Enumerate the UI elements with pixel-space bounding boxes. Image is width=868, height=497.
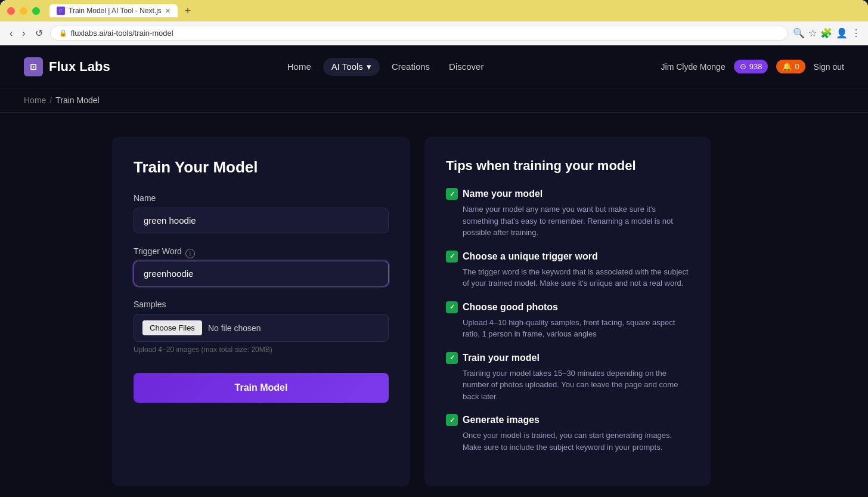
credits-count: 938 <box>749 62 762 71</box>
tab-title: Train Model | AI Tool - Next.js <box>69 7 162 15</box>
bell-icon: 🔔 <box>782 62 792 71</box>
notifications-count: 0 <box>795 62 799 71</box>
tip-check-3: ✓ <box>446 301 458 313</box>
browser-frame: F Train Model | AI Tool - Next.js ✕ + ‹ … <box>0 0 868 497</box>
tip-desc-1: Name your model any name you want but ma… <box>446 203 689 239</box>
nav-logo: ⊡ Flux Labs <box>24 57 110 76</box>
name-label: Name <box>134 193 389 203</box>
back-btn[interactable]: ‹ <box>7 26 15 41</box>
breadcrumb-current: Train Model <box>55 95 99 105</box>
menu-icon[interactable]: ⋮ <box>851 27 861 39</box>
tip-heading-4: Train your model <box>463 353 540 363</box>
tip-desc-4: Training your model takes 15–30 minutes … <box>446 368 689 403</box>
file-upload-wrapper: Choose Files No file chosen <box>134 314 389 342</box>
samples-group: Samples Choose Files No file chosen Uplo… <box>134 300 389 354</box>
browser-titlebar: F Train Model | AI Tool - Next.js ✕ + <box>0 0 868 21</box>
toolbar-icons: 🔍 ☆ 🧩 👤 ⋮ <box>793 27 861 39</box>
browser-tab[interactable]: F Train Model | AI Tool - Next.js ✕ <box>49 4 178 17</box>
upload-hint: Upload 4–20 images (max total size: 20MB… <box>134 345 389 354</box>
tip-heading-1: Name your model <box>463 189 542 199</box>
panel-title: Train Your Model <box>134 158 389 177</box>
tip-item-5: ✓ Generate images Once your model is tra… <box>446 414 689 453</box>
app-wrapper: ⊡ Flux Labs Home AI Tools ▾ Creations Di… <box>0 45 868 497</box>
nav-creations[interactable]: Creations <box>385 58 437 75</box>
search-icon[interactable]: 🔍 <box>793 27 805 39</box>
trigger-word-label: Trigger Word <box>134 246 182 256</box>
new-tab-btn[interactable]: + <box>185 5 191 17</box>
nav-links: Home AI Tools ▾ Creations Discover <box>280 58 491 76</box>
train-model-btn[interactable]: Train Model <box>134 373 389 403</box>
tip-check-4: ✓ <box>446 352 458 364</box>
breadcrumb-home[interactable]: Home <box>24 95 46 105</box>
logo-icon: ⊡ <box>24 57 43 76</box>
tip-item-3: ✓ Choose good photos Upload 4–10 high-qu… <box>446 301 689 340</box>
tip-desc-5: Once your model is trained, you can star… <box>446 430 689 453</box>
credits-icon: ⊙ <box>740 62 746 71</box>
tip-check-1: ✓ <box>446 188 458 200</box>
dot-red[interactable] <box>7 7 15 15</box>
tips-title: Tips when training your model <box>446 158 689 174</box>
tips-panel: Tips when training your model ✓ Name you… <box>424 137 711 486</box>
train-model-panel: Train Your Model Name Trigger Word i Sam… <box>112 137 410 486</box>
tab-close-btn[interactable]: ✕ <box>165 7 170 15</box>
forward-btn[interactable]: › <box>20 26 27 41</box>
name-input[interactable] <box>134 208 389 233</box>
tip-heading-3: Choose good photos <box>463 302 558 313</box>
breadcrumb-separator: / <box>49 95 52 105</box>
reload-btn[interactable]: ↺ <box>33 25 45 41</box>
profile-icon[interactable]: 👤 <box>836 27 848 39</box>
choose-files-btn[interactable]: Choose Files <box>142 320 202 335</box>
tip-check-2: ✓ <box>446 251 458 263</box>
trigger-word-group: Trigger Word i <box>134 246 389 286</box>
chevron-down-icon: ▾ <box>367 61 371 72</box>
dot-yellow[interactable] <box>20 7 27 15</box>
tip-desc-2: The trigger word is the keyword that is … <box>446 266 689 289</box>
navbar: ⊡ Flux Labs Home AI Tools ▾ Creations Di… <box>0 45 868 88</box>
main-content: Train Your Model Name Trigger Word i Sam… <box>76 113 792 497</box>
extensions-icon[interactable]: 🧩 <box>820 27 832 39</box>
url-bar[interactable]: 🔒 fluxlabs.ai/ai-tools/train-model <box>50 26 788 41</box>
user-name: Jim Clyde Monge <box>661 62 726 72</box>
tip-item-2: ✓ Choose a unique trigger word The trigg… <box>446 251 689 289</box>
star-icon[interactable]: ☆ <box>808 27 817 39</box>
sign-out-btn[interactable]: Sign out <box>814 62 844 72</box>
tip-check-5: ✓ <box>446 414 458 426</box>
logo-text: Flux Labs <box>49 59 110 75</box>
tip-heading-2: Choose a unique trigger word <box>463 251 598 262</box>
tip-desc-3: Upload 4–10 high-quality samples, front … <box>446 317 689 340</box>
dot-green[interactable] <box>32 7 40 15</box>
url-text: fluxlabs.ai/ai-tools/train-model <box>71 29 173 38</box>
nav-ai-tools[interactable]: AI Tools ▾ <box>323 58 380 76</box>
nav-ai-tools-label: AI Tools <box>331 61 363 72</box>
tip-heading-5: Generate images <box>463 415 540 425</box>
credits-badge: ⊙ 938 <box>734 60 768 73</box>
notifications-badge: 🔔 0 <box>776 60 805 73</box>
breadcrumb-bar: Home / Train Model <box>0 88 868 113</box>
nav-right: Jim Clyde Monge ⊙ 938 🔔 0 Sign out <box>661 60 844 73</box>
lock-icon: 🔒 <box>59 29 67 37</box>
tip-item-4: ✓ Train your model Training your model t… <box>446 352 689 403</box>
browser-toolbar: ‹ › ↺ 🔒 fluxlabs.ai/ai-tools/train-model… <box>0 21 868 45</box>
name-field-group: Name <box>134 193 389 233</box>
trigger-word-input[interactable] <box>134 261 389 286</box>
samples-label: Samples <box>134 300 389 309</box>
tab-favicon: F <box>57 7 65 15</box>
info-icon[interactable]: i <box>185 249 195 258</box>
nav-home[interactable]: Home <box>280 58 318 75</box>
no-file-text: No file chosen <box>208 323 261 333</box>
tip-item-1: ✓ Name your model Name your model any na… <box>446 188 689 239</box>
nav-discover[interactable]: Discover <box>442 58 491 75</box>
